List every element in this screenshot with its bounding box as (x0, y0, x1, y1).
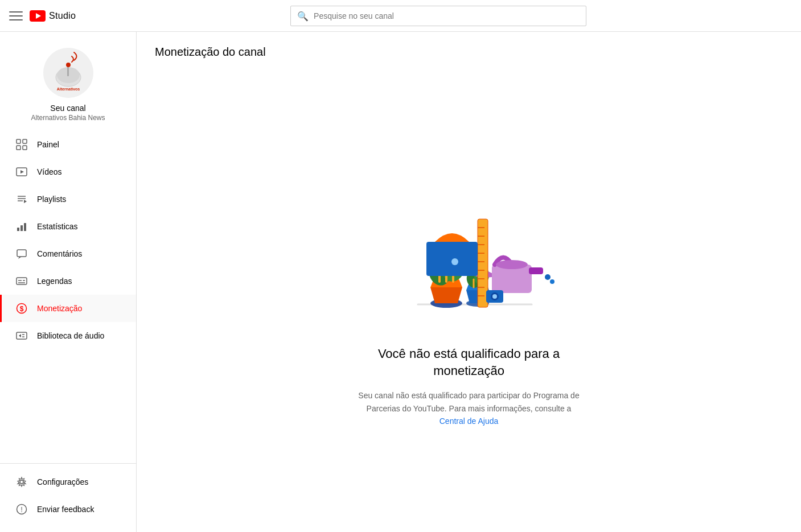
svg-rect-19 (20, 225, 23, 231)
header-left: Studio (9, 9, 76, 23)
svg-point-50 (496, 260, 528, 269)
channel-name-label: Seu canal (50, 104, 85, 113)
sidebar-bottom: Configurações ! Enviar feedback (0, 463, 136, 523)
sidebar: Alternativos Seu canal Alternativos Bahi… (0, 32, 137, 532)
svg-rect-20 (24, 223, 26, 231)
not-qualified-desc-text: Seu canal não está qualificado para part… (358, 391, 579, 413)
sidebar-item-estatisticas[interactable]: Estatísticas (0, 213, 136, 240)
bar-chart-icon (15, 221, 28, 232)
avatar-image: Alternativos (43, 48, 93, 98)
not-qualified-title: Você não está qualificado para a monetiz… (361, 345, 577, 381)
sidebar-item-videos[interactable]: Vídeos (0, 158, 136, 185)
sidebar-item-legendas[interactable]: Legendas (0, 267, 136, 295)
comment-icon (15, 248, 28, 259)
svg-point-32 (20, 480, 23, 484)
monetization-center: Você não está qualificado para a monetiz… (155, 77, 783, 518)
youtube-logo-icon (30, 10, 46, 22)
svg-point-52 (550, 279, 554, 284)
sidebar-configuracoes-label: Configurações (37, 477, 88, 486)
sidebar-videos-label: Vídeos (37, 167, 62, 176)
logo-area: Studio (30, 10, 76, 22)
grid-icon (15, 139, 28, 150)
sidebar-item-biblioteca[interactable]: Biblioteca de áudio (0, 322, 136, 349)
sidebar-item-configuracoes[interactable]: Configurações (0, 468, 136, 496)
sidebar-comentarios-label: Comentários (37, 249, 82, 258)
svg-rect-11 (23, 146, 27, 150)
svg-rect-8 (17, 139, 20, 143)
channel-section: Alternativos Seu canal Alternativos Bahi… (0, 32, 136, 131)
svg-point-51 (545, 274, 551, 280)
sidebar-item-painel[interactable]: Painel (0, 131, 136, 158)
svg-marker-13 (20, 170, 24, 174)
sidebar-painel-label: Painel (37, 140, 59, 149)
svg-rect-23 (17, 278, 27, 284)
body-area: Alternativos Seu canal Alternativos Bahi… (0, 32, 801, 532)
hamburger-button[interactable] (9, 9, 23, 23)
svg-point-6 (66, 63, 71, 67)
sidebar-monetizacao-label: Monetização (37, 304, 82, 313)
play-icon (15, 166, 28, 178)
sidebar-item-monetizacao[interactable]: $ Monetização (0, 295, 136, 322)
svg-text:Alternativos: Alternativos (56, 87, 80, 91)
svg-point-65 (451, 258, 458, 265)
list-icon (15, 193, 28, 205)
sidebar-legendas-label: Legendas (37, 277, 72, 286)
search-bar: 🔍 (85, 6, 792, 26)
sidebar-item-playlists[interactable]: Playlists (0, 185, 136, 213)
studio-label: Studio (49, 11, 76, 21)
svg-rect-64 (426, 242, 478, 276)
music-icon (15, 330, 28, 341)
sidebar-nav: Painel Vídeos (0, 131, 136, 459)
svg-rect-18 (17, 228, 19, 231)
svg-text:!: ! (20, 505, 23, 514)
main-content: Monetização do canal (137, 32, 801, 532)
svg-marker-17 (24, 200, 27, 203)
search-input[interactable] (290, 6, 586, 26)
svg-rect-49 (529, 267, 543, 274)
sidebar-estatisticas-label: Estatísticas (37, 222, 78, 231)
help-center-link[interactable]: Central de Ajuda (439, 416, 499, 426)
sidebar-playlists-label: Playlists (37, 195, 66, 204)
header: Studio 🔍 (0, 0, 801, 32)
caption-icon (15, 275, 28, 287)
gear-icon (15, 476, 28, 488)
page-title: Monetização do canal (155, 46, 783, 59)
channel-avatar[interactable]: Alternativos (43, 48, 93, 98)
svg-text:$: $ (20, 305, 24, 313)
sidebar-item-feedback[interactable]: ! Enviar feedback (0, 496, 136, 523)
dollar-icon: $ (15, 303, 28, 314)
sidebar-item-comentarios[interactable]: Comentários (0, 240, 136, 267)
search-wrap: 🔍 (290, 6, 586, 26)
not-qualified-desc: Seu canal não está qualificado para part… (350, 389, 589, 427)
svg-point-68 (492, 294, 497, 299)
monetization-illustration (372, 168, 566, 327)
search-icon: 🔍 (297, 10, 309, 21)
svg-rect-9 (23, 139, 27, 143)
feedback-icon: ! (15, 504, 28, 515)
svg-rect-10 (17, 146, 20, 150)
svg-rect-21 (17, 250, 26, 257)
channel-subname-label: Alternativos Bahia News (31, 114, 105, 122)
sidebar-biblioteca-label: Biblioteca de áudio (37, 331, 104, 340)
sidebar-feedback-label: Enviar feedback (37, 505, 94, 514)
svg-rect-29 (17, 332, 27, 339)
